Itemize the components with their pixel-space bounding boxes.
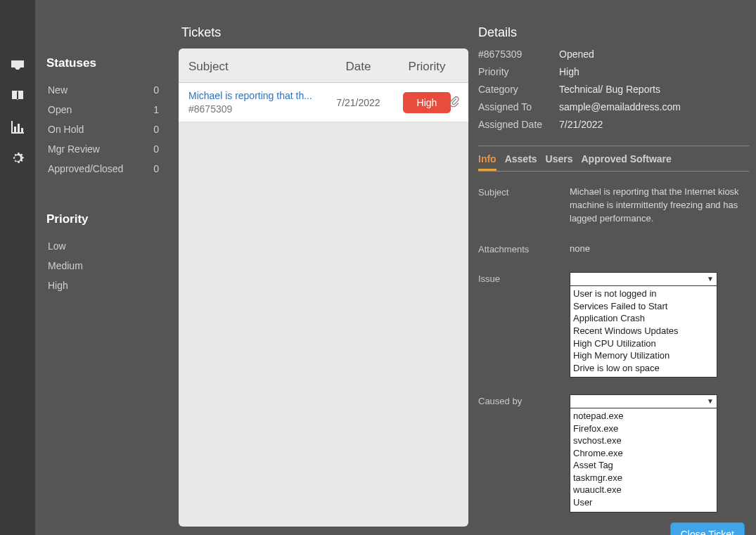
info-subject-value: Michael is reporting that the Internet k…: [570, 186, 749, 226]
meta-status: Opened: [559, 49, 749, 60]
icon-rail: [0, 0, 35, 535]
status-count: 0: [153, 84, 159, 96]
meta-category-value: Technical/ Bug Reports: [559, 84, 749, 95]
status-row-open[interactable]: Open 1: [46, 100, 160, 120]
status-row-onhold[interactable]: On Hold 0: [46, 120, 160, 139]
meta-category-label: Category: [478, 84, 559, 95]
priority-label: Medium: [48, 260, 83, 271]
meta-assignedto-label: Assigned To: [478, 101, 559, 112]
issue-dropdown-list[interactable]: User is not logged in Services Failed to…: [570, 286, 717, 378]
detail-tabs: Info Assets Users Approved Software: [478, 153, 749, 172]
causedby-option[interactable]: Firefox.exe: [573, 423, 714, 435]
priority-cell: High: [395, 92, 459, 113]
col-date[interactable]: Date: [321, 60, 395, 74]
meta-assigneddate-value: 7/21/2022: [559, 119, 749, 130]
priority-badge: High: [403, 92, 451, 113]
causedby-dropdown[interactable]: notepad.exe Firefox.exe svchost.exe Chro…: [570, 394, 717, 512]
status-label: New: [48, 84, 68, 96]
issue-option[interactable]: Drive is low on space: [573, 362, 714, 375]
issue-option[interactable]: High Memory Utilization: [573, 349, 714, 362]
issue-option[interactable]: High CPU Utilization: [573, 337, 714, 350]
status-row-closed[interactable]: Approved/Closed 0: [46, 159, 160, 179]
info-issue-label: Issue: [478, 272, 570, 378]
status-count: 0: [153, 163, 159, 174]
issue-dropdown[interactable]: User is not logged in Services Failed to…: [570, 272, 717, 378]
meta-assignedto-value: sample@emailaddress.com: [559, 101, 749, 112]
causedby-option[interactable]: Chrome.exe: [573, 447, 714, 460]
col-subject[interactable]: Subject: [188, 60, 321, 74]
causedby-dropdown-select[interactable]: [570, 394, 717, 408]
status-row-mgr[interactable]: Mgr Review 0: [46, 139, 160, 159]
causedby-option[interactable]: Asset Tag: [573, 459, 714, 472]
subject-link[interactable]: Michael is reporting that th...: [188, 90, 321, 101]
status-count: 1: [153, 104, 159, 115]
causedby-option[interactable]: wuauclt.exe: [573, 484, 714, 496]
causedby-option[interactable]: notepad.exe: [573, 410, 714, 423]
priority-row-low[interactable]: Low: [46, 236, 160, 256]
date-cell: 7/21/2022: [321, 97, 395, 108]
causedby-option[interactable]: User: [573, 496, 714, 509]
inbox-icon[interactable]: [8, 56, 27, 75]
issue-option[interactable]: User is not logged in: [573, 288, 714, 300]
meta-priority-value: High: [559, 66, 749, 77]
svg-rect-2: [21, 128, 23, 132]
priority-label: High: [48, 280, 68, 291]
causedby-option[interactable]: taskmgr.exe: [573, 472, 714, 484]
status-label: On Hold: [48, 124, 84, 135]
svg-rect-0: [14, 127, 16, 132]
meta-priority-label: Priority: [478, 66, 559, 77]
status-count: 0: [153, 143, 159, 155]
tab-assets[interactable]: Assets: [505, 153, 537, 171]
priority-row-medium[interactable]: Medium: [46, 256, 160, 276]
status-label: Open: [48, 104, 72, 115]
table-row[interactable]: Michael is reporting that th... #8675309…: [179, 83, 468, 122]
issue-dropdown-select[interactable]: [570, 272, 717, 286]
issue-option[interactable]: Recent Windows Updates: [573, 325, 714, 337]
meta-grid: #8675309 Opened Priority High Category T…: [478, 49, 749, 130]
meta-ticket-no: #8675309: [478, 49, 559, 60]
info-attach-value: none: [570, 243, 749, 256]
ticket-number: #8675309: [188, 103, 321, 115]
details-column: Details #8675309 Opened Priority High Ca…: [478, 0, 756, 535]
attachment-icon[interactable]: [449, 96, 460, 109]
status-label: Approved/Closed: [48, 163, 123, 174]
info-attach-label: Attachments: [478, 243, 570, 256]
status-count: 0: [153, 124, 159, 135]
bar-chart-icon[interactable]: [8, 118, 27, 136]
causedby-dropdown-list[interactable]: notepad.exe Firefox.exe svchost.exe Chro…: [570, 408, 717, 512]
info-grid: Subject Michael is reporting that the In…: [478, 186, 749, 513]
gear-icon[interactable]: [8, 149, 27, 167]
tab-approved[interactable]: Approved Software: [582, 153, 672, 171]
status-label: Mgr Review: [48, 143, 100, 155]
col-priority[interactable]: Priority: [395, 60, 459, 74]
causedby-option[interactable]: svchost.exe: [573, 434, 714, 447]
tab-info[interactable]: Info: [478, 153, 496, 171]
info-subject-label: Subject: [478, 186, 570, 226]
status-row-new[interactable]: New 0: [46, 80, 160, 100]
tickets-box: Subject Date Priority Michael is reporti…: [179, 49, 468, 527]
close-ticket-button[interactable]: Close Ticket: [670, 522, 745, 535]
issue-option[interactable]: Services Failed to Start: [573, 300, 714, 313]
tickets-heading: Tickets: [179, 25, 468, 40]
book-icon[interactable]: [8, 87, 27, 105]
priority-label: Low: [48, 240, 66, 252]
meta-assigneddate-label: Assigned Date: [478, 119, 559, 130]
priority-heading: Priority: [46, 212, 160, 226]
issue-option[interactable]: Application Crash: [573, 312, 714, 325]
subject-cell: Michael is reporting that th... #8675309: [188, 90, 321, 115]
tab-users[interactable]: Users: [546, 153, 573, 171]
details-heading: Details: [478, 25, 749, 40]
ticket-header-row: Subject Date Priority: [179, 51, 468, 83]
tickets-column: Tickets Subject Date Priority Michael is…: [169, 0, 478, 535]
statuses-heading: Statuses: [46, 56, 160, 70]
filters-sidebar: Statuses New 0 Open 1 On Hold 0 Mgr Revi…: [35, 0, 169, 535]
info-causedby-label: Caused by: [478, 394, 570, 512]
close-ticket-row: Close Ticket: [478, 522, 749, 535]
priority-row-high[interactable]: High: [46, 276, 160, 295]
svg-rect-1: [18, 124, 20, 132]
separator: [478, 146, 749, 146]
